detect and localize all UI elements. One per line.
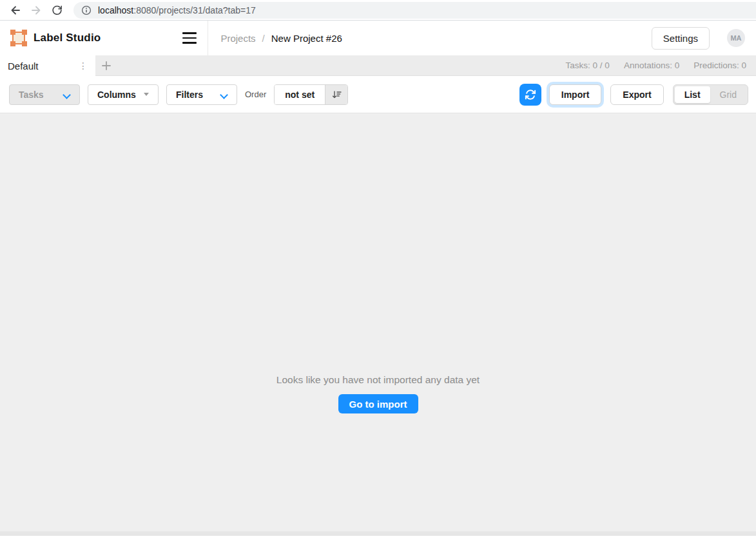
breadcrumb: Projects / New Project #26	[220, 33, 342, 44]
chevron-down-icon	[221, 91, 228, 98]
empty-state-message: Looks like you have not imported any dat…	[0, 374, 756, 386]
app-title: Label Studio	[34, 32, 101, 44]
avatar[interactable]: MA	[727, 29, 745, 47]
project-stats: Tasks: 0 / 0 Annotations: 0 Predictions:…	[566, 55, 756, 75]
predictions-count: Predictions: 0	[693, 61, 746, 70]
annotations-count: Annotations: 0	[624, 61, 679, 70]
forward-button[interactable]	[27, 1, 45, 19]
refresh-button[interactable]	[519, 84, 541, 106]
order-label: Order	[245, 90, 266, 99]
view-toggle: List Grid	[673, 84, 748, 105]
view-toggle-list[interactable]: List	[675, 86, 710, 103]
caret-down-icon	[144, 93, 149, 96]
url-bar[interactable]: localhost:8080/projects/31/data?tab=17	[73, 2, 756, 19]
reload-button[interactable]	[48, 1, 66, 19]
back-button[interactable]	[6, 1, 24, 19]
sort-descending-icon	[331, 90, 342, 100]
tab-options-kebab-icon[interactable]: ⋮	[76, 60, 90, 71]
columns-dropdown[interactable]: Columns	[88, 84, 159, 105]
app-header: Label Studio Projects / New Project #26 …	[0, 21, 756, 55]
tab-label: Default	[8, 61, 39, 71]
info-icon	[81, 5, 92, 15]
menu-button[interactable]	[177, 26, 202, 50]
browser-chrome: localhost:8080/projects/31/data?tab=17	[0, 0, 756, 21]
app-logo[interactable]: Label Studio	[0, 30, 101, 46]
bottom-scrollbar-track	[0, 531, 756, 536]
tab-default[interactable]: Default ⋮	[0, 55, 95, 76]
tasks-count: Tasks: 0 / 0	[566, 61, 610, 70]
back-icon	[10, 5, 21, 16]
order-control[interactable]: not set	[274, 84, 348, 105]
page-title: New Project #26	[271, 33, 342, 44]
chevron-down-icon	[64, 91, 70, 98]
columns-dropdown-label: Columns	[97, 90, 136, 100]
filters-dropdown[interactable]: Filters	[166, 84, 237, 105]
url-text: localhost:8080/projects/31/data?tab=17	[98, 5, 256, 15]
url-path: :8080/projects/31/data?tab=17	[133, 5, 256, 15]
header-divider	[208, 21, 208, 55]
sort-direction-button[interactable]	[325, 85, 347, 104]
tasks-dropdown-label: Tasks	[19, 90, 44, 100]
filters-dropdown-label: Filters	[176, 90, 203, 100]
export-button[interactable]: Export	[610, 84, 663, 105]
reload-icon	[52, 5, 63, 15]
data-manager-content: Looks like you have not imported any dat…	[0, 113, 756, 536]
import-button[interactable]: Import	[549, 84, 602, 105]
tasks-dropdown[interactable]: Tasks	[9, 84, 80, 105]
refresh-icon	[525, 89, 536, 100]
view-toggle-grid[interactable]: Grid	[710, 86, 746, 103]
breadcrumb-separator: /	[262, 33, 265, 44]
add-tab-button[interactable]	[95, 55, 117, 75]
menu-icon	[182, 32, 197, 34]
breadcrumb-projects-link[interactable]: Projects	[220, 33, 255, 44]
url-host: localhost	[98, 5, 133, 15]
tab-strip: Default ⋮ Tasks: 0 / 0 Annotations: 0 Pr…	[0, 55, 756, 76]
forward-icon	[30, 5, 42, 16]
go-to-import-button[interactable]: Go to import	[338, 394, 418, 413]
data-manager-toolbar: Tasks Columns Filters Order not set Impo…	[0, 76, 756, 113]
bounding-box-logo-icon	[10, 30, 27, 46]
plus-icon	[101, 61, 111, 71]
settings-button[interactable]: Settings	[652, 27, 710, 50]
empty-state: Looks like you have not imported any dat…	[0, 374, 756, 413]
order-value[interactable]: not set	[275, 85, 325, 104]
